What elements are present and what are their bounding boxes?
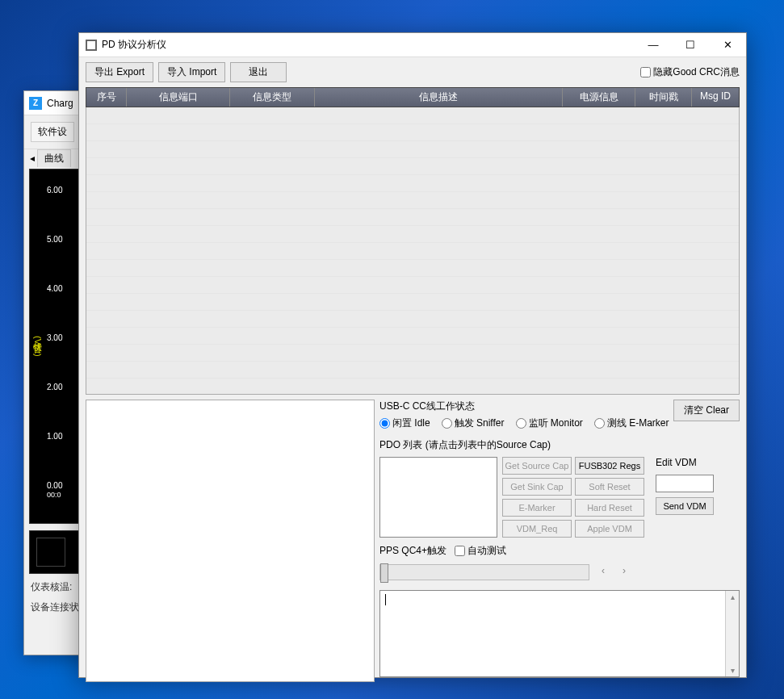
vdm-req-button[interactable]: VDM_Req: [502, 520, 572, 538]
window-title: PD 协议分析仪: [102, 38, 635, 52]
y-ticks: 6.00 5.00 4.00 3.00 2.00 1.00 0.00 00:0: [45, 170, 64, 523]
radio-monitor-wrap[interactable]: 监听 Monitor: [516, 416, 583, 430]
software-settings-button[interactable]: 软件设: [31, 122, 74, 142]
toolbar: 导出 Export 导入 Import 退出 隐藏Good CRC消息: [79, 57, 746, 87]
col-seq[interactable]: 序号: [86, 88, 127, 107]
scrollbar[interactable]: ▴ ▾: [725, 591, 739, 676]
radio-idle-label: 闲置 Idle: [392, 416, 430, 430]
radio-idle-wrap[interactable]: 闲置 Idle: [379, 416, 430, 430]
radio-monitor-label: 监听 Monitor: [529, 416, 583, 430]
scroll-up-icon[interactable]: ▴: [731, 592, 735, 601]
tab-prev-icon[interactable]: ◂: [27, 153, 37, 164]
y-tick: 1.00: [47, 432, 62, 441]
maximize-button[interactable]: ☐: [672, 33, 709, 57]
back-title: Charg: [47, 98, 73, 109]
window-controls: — ☐ ✕: [635, 33, 746, 57]
emarker-button[interactable]: E-Marker: [502, 499, 572, 517]
radio-sniffer[interactable]: [442, 418, 452, 429]
y-tick: 4.00: [47, 284, 62, 293]
close-button[interactable]: ✕: [709, 33, 746, 57]
send-vdm-button[interactable]: Send VDM: [656, 497, 714, 515]
pps-slider[interactable]: [379, 564, 589, 580]
cc-radio-row: 闲置 Idle 触发 Sniffer 监听 Monitor 测线 E-: [379, 415, 673, 435]
radio-emarker-label: 测线 E-Marker: [607, 416, 669, 430]
get-sink-cap-button[interactable]: Get Sink Cap: [502, 478, 572, 496]
window-icon: [86, 40, 97, 51]
apple-vdm-button[interactable]: Apple VDM: [575, 520, 644, 538]
col-time[interactable]: 时间戳: [635, 88, 692, 107]
app-icon: Z: [29, 97, 42, 110]
edit-vdm-label: Edit VDM: [656, 457, 714, 468]
vdm-input[interactable]: [656, 475, 714, 492]
hard-reset-button[interactable]: Hard Reset: [575, 499, 644, 517]
slider-next-icon[interactable]: ›: [617, 565, 631, 580]
curve-tab[interactable]: 曲线: [37, 149, 71, 167]
export-button[interactable]: 导出 Export: [86, 62, 153, 82]
radio-sniffer-wrap[interactable]: 触发 Sniffer: [442, 416, 505, 430]
vdm-column: Edit VDM Send VDM: [656, 457, 714, 538]
pdo-row: Get Source Cap FUSB302 Regs Get Sink Cap…: [379, 457, 740, 538]
text-cursor: [385, 594, 386, 605]
pps-label: PPS QC4+触发: [379, 544, 447, 558]
pdo-buttons: Get Source Cap FUSB302 Regs Get Sink Cap…: [502, 457, 644, 538]
right-panel: USB-C CC线工作状态 闲置 Idle 触发 Sniffer 监听 M: [379, 400, 740, 682]
y-axis-label: 伏特(Volt): [30, 170, 45, 523]
col-port[interactable]: 信息端口: [127, 88, 230, 107]
exit-button[interactable]: 退出: [230, 62, 287, 82]
scroll-down-icon[interactable]: ▾: [731, 666, 735, 675]
get-source-cap-button[interactable]: Get Source Cap: [502, 457, 572, 475]
y-tick: 0.00: [47, 481, 62, 490]
auto-test-checkbox[interactable]: [455, 546, 465, 556]
pdo-list[interactable]: [379, 457, 497, 538]
y-tick: 2.00: [47, 383, 62, 391]
detail-panel[interactable]: [86, 400, 375, 682]
x-tick: 00:0: [47, 491, 61, 499]
slider-prev-icon[interactable]: ‹: [596, 565, 610, 580]
auto-test-label: 自动测试: [467, 544, 506, 558]
fusb302-regs-button[interactable]: FUSB302 Regs: [575, 457, 644, 475]
col-type[interactable]: 信息类型: [230, 88, 315, 107]
radio-emarker[interactable]: [594, 418, 605, 429]
hide-crc-label: 隐藏Good CRC消息: [653, 65, 740, 79]
col-power[interactable]: 电源信息: [563, 88, 635, 107]
log-textarea[interactable]: ▴ ▾: [379, 590, 740, 677]
table-header: 序号 信息端口 信息类型 信息描述 电源信息 时间戳 Msg ID: [86, 87, 740, 107]
hide-crc-checkbox[interactable]: [640, 67, 651, 77]
auto-test-wrap[interactable]: 自动测试: [455, 544, 506, 558]
radio-emarker-wrap[interactable]: 测线 E-Marker: [594, 416, 669, 430]
minimize-button[interactable]: —: [635, 33, 672, 57]
soft-reset-button[interactable]: Soft Reset: [575, 478, 644, 496]
radio-sniffer-label: 触发 Sniffer: [455, 416, 505, 430]
cc-state-label: USB-C CC线工作状态: [379, 400, 673, 413]
mini-chart-inner: [36, 538, 65, 567]
lower-area: USB-C CC线工作状态 闲置 Idle 触发 Sniffer 监听 M: [86, 400, 740, 682]
y-tick: 3.00: [47, 333, 62, 342]
main-window: PD 协议分析仪 — ☐ ✕ 导出 Export 导入 Import 退出 隐藏…: [78, 32, 747, 678]
slider-row: ‹ ›: [379, 564, 740, 580]
y-tick: 6.00: [47, 186, 62, 195]
radio-monitor[interactable]: [516, 418, 526, 429]
pdo-label: PDO 列表 (请点击列表中的Source Cap): [379, 438, 740, 452]
titlebar[interactable]: PD 协议分析仪 — ☐ ✕: [79, 33, 746, 57]
hide-crc-checkbox-wrap[interactable]: 隐藏Good CRC消息: [640, 65, 740, 79]
radio-idle[interactable]: [379, 418, 390, 429]
pps-row: PPS QC4+触发 自动测试: [379, 544, 740, 558]
y-tick: 5.00: [47, 235, 62, 244]
col-desc[interactable]: 信息描述: [315, 88, 563, 107]
message-table[interactable]: [86, 107, 740, 395]
slider-thumb[interactable]: [380, 563, 388, 583]
import-button[interactable]: 导入 Import: [158, 62, 225, 82]
clear-button[interactable]: 清空 Clear: [673, 400, 740, 421]
col-msgid[interactable]: Msg ID: [692, 88, 739, 107]
